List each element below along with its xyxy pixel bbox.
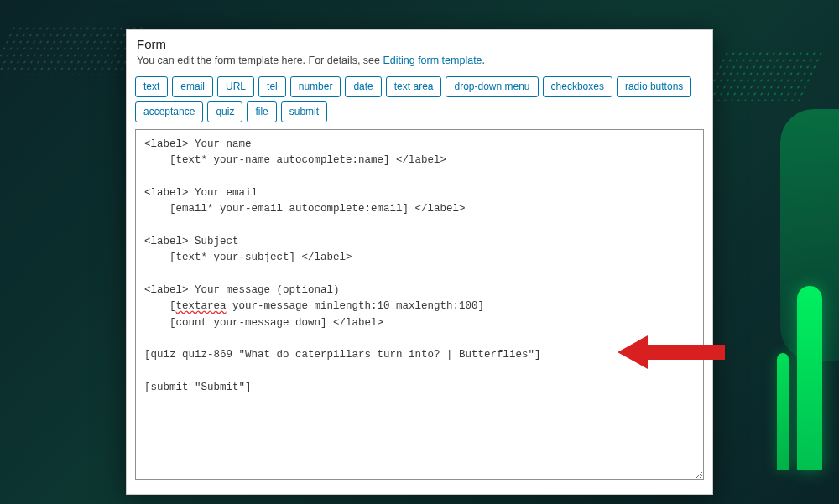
tag-quiz-button[interactable]: quiz [207, 101, 242, 122]
panel-title: Form [137, 37, 702, 51]
tag-checkboxes-button[interactable]: checkboxes [543, 76, 612, 97]
editing-template-link[interactable]: Editing form template [383, 55, 482, 66]
tag-submit-button[interactable]: submit [281, 101, 327, 122]
desc-suffix: . [482, 55, 485, 66]
tag-text-button[interactable]: text [135, 76, 168, 97]
tag-acceptance-button[interactable]: acceptance [135, 101, 203, 122]
tag-generator-row: text email URL tel number date text area… [127, 71, 712, 124]
panel-description: You can edit the form template here. For… [137, 55, 702, 66]
panel-header: Form You can edit the form template here… [127, 30, 712, 71]
tag-url-button[interactable]: URL [217, 76, 254, 97]
form-panel: Form You can edit the form template here… [126, 29, 713, 495]
bg-decoration [797, 286, 822, 470]
tag-email-button[interactable]: email [172, 76, 213, 97]
tag-file-button[interactable]: file [247, 101, 276, 122]
tag-tel-button[interactable]: tel [258, 76, 286, 97]
bg-decoration [0, 25, 146, 75]
bg-decoration [777, 353, 789, 470]
tag-date-button[interactable]: date [345, 76, 381, 97]
form-template-editor[interactable]: <label> Your name [text* your-name autoc… [135, 129, 704, 480]
tag-number-button[interactable]: number [290, 76, 341, 97]
tag-dropdown-button[interactable]: drop-down menu [446, 76, 538, 97]
desc-text: You can edit the form template here. For… [137, 55, 383, 66]
tag-radio-button[interactable]: radio buttons [617, 76, 691, 97]
editor-container: <label> Your name [text* your-name autoc… [127, 124, 712, 488]
tag-textarea-button[interactable]: text area [386, 76, 442, 97]
